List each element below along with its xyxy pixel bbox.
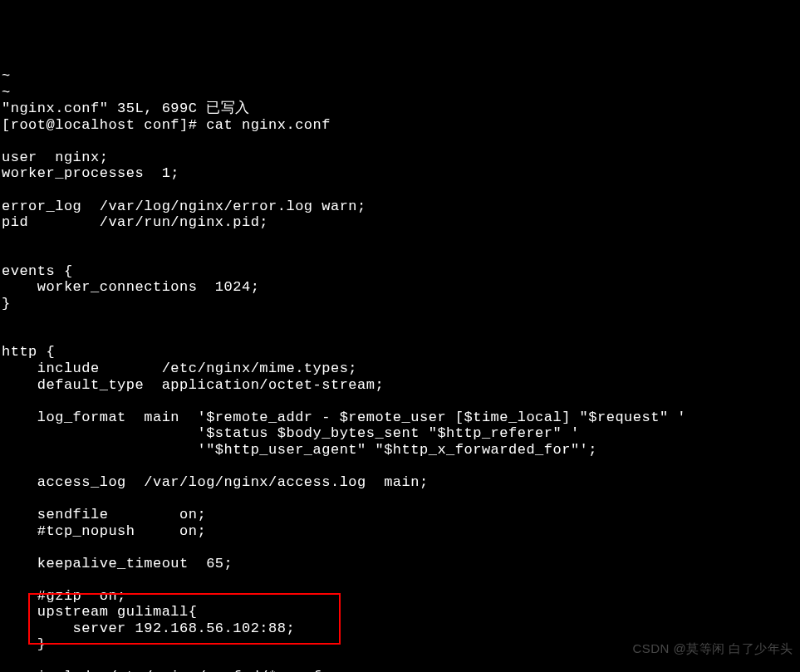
watermark-text: CSDN @莫等闲 白了少年头 <box>632 641 793 655</box>
terminal-output[interactable]: ~ ~ "nginx.conf" 35L, 699C 已写入 [root@loc… <box>2 68 798 672</box>
